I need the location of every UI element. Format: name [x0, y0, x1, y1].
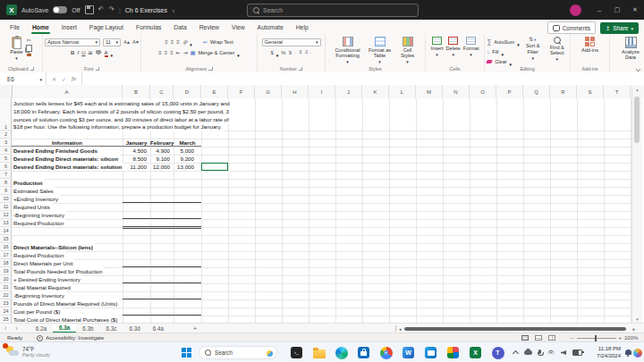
cut-icon[interactable] — [27, 38, 31, 43]
column-header-q[interactable]: Q — [523, 85, 550, 98]
row-header-14[interactable]: 14 — [0, 227, 12, 235]
column-header-i[interactable]: I — [309, 85, 335, 98]
store-icon[interactable] — [357, 346, 370, 359]
sort-filter-button[interactable]: Sort & Filter — [522, 37, 544, 61]
column-header-c[interactable]: C — [150, 85, 174, 98]
menu-tab-insert[interactable]: Insert — [55, 20, 83, 34]
addins-button[interactable]: Add-ins — [581, 37, 598, 53]
format-painter-icon[interactable] — [27, 54, 31, 56]
column-header-b[interactable]: B — [123, 85, 150, 98]
cell-a9[interactable]: Estimated Sales — [13, 187, 55, 195]
clear-button[interactable]: Clear — [487, 57, 512, 65]
cell-a20[interactable]: + Desired Ending Inventory — [13, 275, 82, 283]
italic-button[interactable] — [77, 50, 79, 55]
format-cells-button[interactable]: Format — [463, 37, 479, 58]
zoom-level[interactable]: 100% — [624, 335, 638, 341]
cell-a22[interactable]: -Beginning Inventory — [13, 291, 66, 299]
column-header-e[interactable]: E — [201, 85, 228, 98]
vertical-scrollbar-thumb[interactable] — [634, 97, 640, 143]
cell-d4[interactable]: 5,000 — [174, 147, 194, 155]
scroll-up-icon[interactable]: ▴ — [632, 87, 642, 92]
photos-icon[interactable] — [446, 346, 460, 359]
bold-button[interactable] — [71, 50, 74, 55]
align-center-icon[interactable] — [165, 50, 168, 55]
terminal-icon[interactable] — [290, 346, 303, 359]
analyze-data-button[interactable]: Analyze Data — [618, 37, 643, 60]
minimize-button[interactable] — [590, 0, 608, 20]
column-header-l[interactable]: L — [389, 85, 416, 98]
column-header-j[interactable]: J — [335, 85, 362, 98]
onedrive-cloud-icon[interactable] — [524, 350, 532, 355]
cell-d6[interactable]: 13,000 — [174, 163, 194, 171]
cell-a16[interactable]: Direct Materials--Silicon (lens) — [13, 243, 95, 251]
column-header-a[interactable]: A — [12, 85, 123, 98]
enter-icon[interactable] — [62, 76, 66, 82]
fill-color-button[interactable] — [96, 50, 102, 55]
decrease-decimal-icon[interactable] — [304, 49, 311, 55]
formula-input[interactable] — [82, 72, 644, 85]
save-icon[interactable] — [85, 5, 94, 14]
grow-font-icon[interactable]: A▴ — [123, 39, 130, 45]
orientation-icon[interactable] — [181, 38, 188, 46]
row-header-7[interactable]: 7 — [0, 171, 12, 179]
dialog-launcher-icon[interactable] — [208, 67, 213, 72]
comments-button[interactable]: Comments — [547, 21, 596, 34]
menu-tab-home[interactable]: Home — [26, 20, 55, 34]
taskbar-search[interactable]: Search — [199, 346, 277, 359]
scroll-right-icon[interactable]: ▸ — [632, 326, 635, 332]
column-header-s[interactable]: S — [577, 85, 604, 98]
cell-b4[interactable]: 4,500 — [123, 147, 147, 155]
next-sheet-icon[interactable] — [11, 325, 21, 332]
column-header-p[interactable]: P — [496, 85, 523, 98]
notifications-bell-icon[interactable] — [625, 349, 631, 355]
align-bottom-icon[interactable] — [176, 39, 180, 45]
shrink-font-icon[interactable]: A▾ — [132, 39, 139, 45]
zoom-out-button[interactable]: − — [571, 335, 574, 341]
align-right-icon[interactable] — [170, 50, 174, 55]
document-title[interactable]: Ch 6 Exercises — [125, 7, 167, 13]
chevron-down-icon[interactable] — [111, 45, 114, 61]
excel-icon[interactable] — [469, 346, 482, 359]
cell-a1-paragraph[interactable]: Junction sells lenses for $45 each and i… — [13, 100, 232, 131]
menu-tab-view[interactable]: View — [225, 20, 251, 34]
teams-icon[interactable] — [491, 346, 504, 359]
column-header-d[interactable]: D — [174, 85, 201, 98]
cell-d5[interactable]: 9,200 — [174, 155, 194, 163]
autosave-toggle[interactable] — [53, 6, 67, 13]
undo-icon[interactable] — [98, 6, 105, 13]
cancel-icon[interactable] — [52, 76, 56, 82]
find-select-button[interactable]: Find & Select — [547, 37, 568, 63]
column-header-k[interactable]: K — [362, 85, 389, 98]
underline-button[interactable] — [81, 50, 85, 55]
number-format-select[interactable]: General — [262, 38, 321, 46]
insert-cells-button[interactable]: Insert — [431, 37, 444, 58]
scroll-left-icon[interactable]: ◂ — [399, 326, 402, 332]
column-header-m[interactable]: M — [416, 85, 443, 98]
menu-tab-help[interactable]: Help — [290, 20, 315, 34]
cell-a8[interactable]: Production — [13, 179, 45, 187]
chevron-down-icon[interactable] — [172, 7, 175, 13]
page-layout-view-button[interactable] — [535, 335, 542, 341]
cell-a4[interactable]: Desired Ending Finished Goods — [13, 147, 99, 155]
cell-a10[interactable]: +Ending Inventory — [13, 195, 60, 203]
chevron-up-icon[interactable] — [513, 350, 519, 357]
row-header-15[interactable]: 15 — [0, 235, 12, 243]
cell-a12[interactable]: -Beginning Inventory — [13, 211, 66, 219]
collapse-ribbon-icon[interactable] — [635, 67, 640, 71]
worksheet-grid[interactable]: 1234567891011121314151617181920212223242… — [0, 98, 644, 323]
zoom-in-button[interactable]: + — [619, 335, 623, 341]
scrollbar-split[interactable] — [395, 325, 396, 332]
dialog-launcher-icon[interactable] — [299, 67, 303, 72]
volume-icon[interactable] — [561, 350, 566, 355]
column-header-r[interactable]: R — [550, 85, 577, 98]
cell-a11[interactable]: Required Units — [13, 203, 52, 211]
edge-icon[interactable] — [335, 346, 348, 359]
cell-b5[interactable]: 8,500 — [123, 155, 147, 163]
wrap-text-icon[interactable] — [203, 39, 208, 45]
cell-a5[interactable]: Desired Ending Direct materials: silicon — [13, 155, 120, 163]
column-header-f[interactable]: F — [228, 85, 255, 98]
horizontal-scrollbar-thumb[interactable] — [404, 327, 626, 331]
select-all-corner[interactable] — [0, 85, 13, 98]
align-left-icon[interactable] — [158, 50, 162, 55]
chrome-icon[interactable] — [379, 346, 393, 359]
